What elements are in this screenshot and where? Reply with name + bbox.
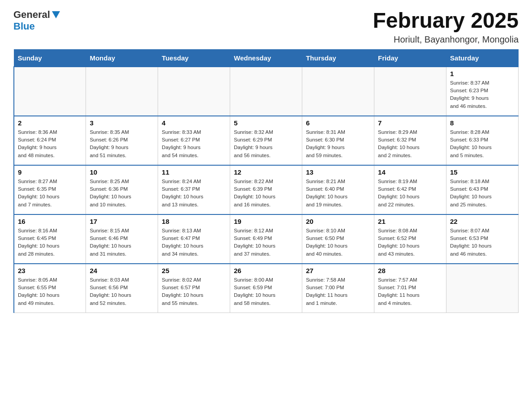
day-info: Sunrise: 8:25 AM Sunset: 6:36 PM Dayligh… [90,178,154,209]
week-row: 23Sunrise: 8:05 AM Sunset: 6:55 PM Dayli… [14,264,519,313]
calendar-cell: 27Sunrise: 7:58 AM Sunset: 7:00 PM Dayli… [302,264,374,313]
day-number: 26 [234,267,298,274]
svg-marker-0 [52,11,60,18]
calendar-cell: 4Sunrise: 8:33 AM Sunset: 6:27 PM Daylig… [158,116,230,165]
logo: General Blue [13,9,61,32]
calendar-cell [302,67,374,116]
day-info: Sunrise: 8:05 AM Sunset: 6:55 PM Dayligh… [18,276,82,307]
day-number: 11 [162,168,226,176]
day-info: Sunrise: 8:22 AM Sunset: 6:39 PM Dayligh… [234,178,298,209]
location-title: Horiult, Bayanhongor, Mongolia [373,34,519,45]
day-info: Sunrise: 8:10 AM Sunset: 6:50 PM Dayligh… [306,227,370,258]
day-info: Sunrise: 7:57 AM Sunset: 7:01 PM Dayligh… [378,276,442,307]
calendar-cell: 17Sunrise: 8:15 AM Sunset: 6:46 PM Dayli… [86,214,158,264]
day-info: Sunrise: 8:35 AM Sunset: 6:26 PM Dayligh… [90,128,154,159]
title-section: February 2025 Horiult, Bayanhongor, Mong… [373,9,519,45]
day-number: 19 [234,218,298,225]
day-info: Sunrise: 8:29 AM Sunset: 6:32 PM Dayligh… [378,128,442,159]
day-number: 12 [234,168,298,176]
day-info: Sunrise: 8:15 AM Sunset: 6:46 PM Dayligh… [90,227,154,258]
calendar-cell: 28Sunrise: 7:57 AM Sunset: 7:01 PM Dayli… [374,264,446,313]
calendar-cell: 22Sunrise: 8:07 AM Sunset: 6:53 PM Dayli… [446,214,519,264]
day-info: Sunrise: 8:31 AM Sunset: 6:30 PM Dayligh… [306,128,370,159]
week-row: 9Sunrise: 8:27 AM Sunset: 6:35 PM Daylig… [14,165,519,214]
day-info: Sunrise: 8:18 AM Sunset: 6:43 PM Dayligh… [450,178,515,209]
calendar-cell: 12Sunrise: 8:22 AM Sunset: 6:39 PM Dayli… [230,165,302,214]
logo-arrow-icon [51,10,61,20]
calendar-cell: 18Sunrise: 8:13 AM Sunset: 6:47 PM Dayli… [158,214,230,264]
calendar-cell: 5Sunrise: 8:32 AM Sunset: 6:29 PM Daylig… [230,116,302,165]
calendar-cell: 1Sunrise: 8:37 AM Sunset: 6:23 PM Daylig… [446,67,519,116]
day-number: 15 [450,168,515,176]
week-row: 16Sunrise: 8:16 AM Sunset: 6:45 PM Dayli… [14,214,519,264]
page-header: General Blue February 2025 Horiult, Baya… [13,9,519,45]
calendar-day-header: Wednesday [230,49,302,67]
day-info: Sunrise: 8:00 AM Sunset: 6:59 PM Dayligh… [234,276,298,307]
week-row: 1Sunrise: 8:37 AM Sunset: 6:23 PM Daylig… [14,67,519,116]
day-info: Sunrise: 8:16 AM Sunset: 6:45 PM Dayligh… [18,227,82,258]
day-number: 14 [378,168,442,176]
calendar-cell: 15Sunrise: 8:18 AM Sunset: 6:43 PM Dayli… [446,165,519,214]
month-title: February 2025 [373,9,519,33]
day-number: 13 [306,168,370,176]
day-info: Sunrise: 8:08 AM Sunset: 6:52 PM Dayligh… [378,227,442,258]
calendar-cell [14,67,86,116]
calendar-cell [230,67,302,116]
calendar-cell: 6Sunrise: 8:31 AM Sunset: 6:30 PM Daylig… [302,116,374,165]
day-number: 23 [18,267,82,274]
calendar-cell: 21Sunrise: 8:08 AM Sunset: 6:52 PM Dayli… [374,214,446,264]
calendar-cell: 9Sunrise: 8:27 AM Sunset: 6:35 PM Daylig… [14,165,86,214]
day-number: 4 [162,119,226,127]
calendar-cell [374,67,446,116]
day-number: 6 [306,119,370,127]
calendar-day-header: Friday [374,49,446,67]
calendar-header-row: SundayMondayTuesdayWednesdayThursdayFrid… [14,49,519,67]
day-number: 25 [162,267,226,274]
day-number: 1 [450,70,515,77]
day-info: Sunrise: 8:19 AM Sunset: 6:42 PM Dayligh… [378,178,442,209]
day-number: 8 [450,119,515,127]
day-info: Sunrise: 7:58 AM Sunset: 7:00 PM Dayligh… [306,276,370,307]
calendar-cell: 16Sunrise: 8:16 AM Sunset: 6:45 PM Dayli… [14,214,86,264]
calendar-cell: 10Sunrise: 8:25 AM Sunset: 6:36 PM Dayli… [86,165,158,214]
calendar-cell: 3Sunrise: 8:35 AM Sunset: 6:26 PM Daylig… [86,116,158,165]
day-number: 22 [450,218,515,225]
calendar-cell: 14Sunrise: 8:19 AM Sunset: 6:42 PM Dayli… [374,165,446,214]
logo-general-text: General [13,9,50,21]
day-number: 3 [90,119,154,127]
calendar-cell: 2Sunrise: 8:36 AM Sunset: 6:24 PM Daylig… [14,116,86,165]
calendar-day-header: Sunday [14,49,86,67]
calendar-cell [446,264,519,313]
calendar-day-header: Tuesday [158,49,230,67]
week-row: 2Sunrise: 8:36 AM Sunset: 6:24 PM Daylig… [14,116,519,165]
day-number: 9 [18,168,82,176]
day-number: 27 [306,267,370,274]
calendar-cell: 7Sunrise: 8:29 AM Sunset: 6:32 PM Daylig… [374,116,446,165]
day-number: 7 [378,119,442,127]
calendar-cell [86,67,158,116]
calendar-day-header: Monday [86,49,158,67]
calendar-cell: 23Sunrise: 8:05 AM Sunset: 6:55 PM Dayli… [14,264,86,313]
day-number: 16 [18,218,82,225]
calendar-cell: 13Sunrise: 8:21 AM Sunset: 6:40 PM Dayli… [302,165,374,214]
day-info: Sunrise: 8:36 AM Sunset: 6:24 PM Dayligh… [18,128,82,159]
day-info: Sunrise: 8:37 AM Sunset: 6:23 PM Dayligh… [450,79,515,110]
calendar-day-header: Saturday [446,49,519,67]
calendar-table: SundayMondayTuesdayWednesdayThursdayFrid… [13,49,519,313]
calendar-cell: 26Sunrise: 8:00 AM Sunset: 6:59 PM Dayli… [230,264,302,313]
day-info: Sunrise: 8:02 AM Sunset: 6:57 PM Dayligh… [162,276,226,307]
day-info: Sunrise: 8:24 AM Sunset: 6:37 PM Dayligh… [162,178,226,209]
day-info: Sunrise: 8:13 AM Sunset: 6:47 PM Dayligh… [162,227,226,258]
day-number: 20 [306,218,370,225]
day-info: Sunrise: 8:03 AM Sunset: 6:56 PM Dayligh… [90,276,154,307]
day-number: 18 [162,218,226,225]
day-info: Sunrise: 8:21 AM Sunset: 6:40 PM Dayligh… [306,178,370,209]
day-number: 2 [18,119,82,127]
calendar-day-header: Thursday [302,49,374,67]
day-number: 24 [90,267,154,274]
day-number: 21 [378,218,442,225]
calendar-cell: 8Sunrise: 8:28 AM Sunset: 6:33 PM Daylig… [446,116,519,165]
day-info: Sunrise: 8:28 AM Sunset: 6:33 PM Dayligh… [450,128,515,159]
day-number: 10 [90,168,154,176]
logo-icon: General Blue [13,9,61,32]
